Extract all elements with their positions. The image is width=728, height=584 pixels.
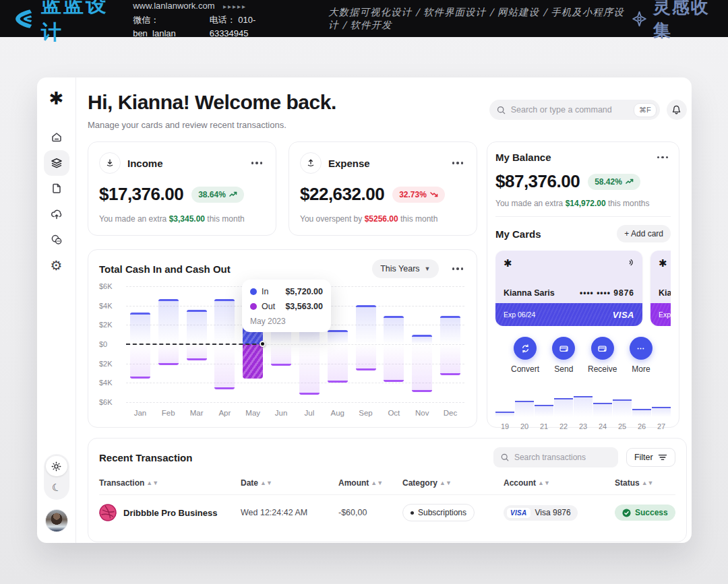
my-cards-title: My Cards: [495, 228, 541, 240]
dashboard-panel: ✱: [37, 77, 692, 543]
income-icon: [99, 152, 121, 174]
collect-label: 灵感收集: [653, 0, 716, 42]
layers-icon: [50, 156, 63, 170]
in-series-dot: [250, 288, 257, 295]
light-mode-button[interactable]: [46, 456, 67, 476]
transaction-date: Wed 12:24:42 AM: [241, 508, 338, 517]
filter-button[interactable]: Filter: [626, 448, 675, 467]
balance-note: You made an extra $14,972.00 this months: [495, 199, 671, 208]
sidebar-item-messages[interactable]: [44, 227, 69, 253]
add-card-button[interactable]: + Add card: [617, 225, 671, 242]
column-account[interactable]: Account▲▼: [504, 478, 615, 488]
credit-card-1[interactable]: ✱ Kianna Saris •••• •••• 9876: [495, 251, 642, 326]
receive-icon: [597, 343, 608, 354]
quick-actions: Convert Send: [495, 337, 671, 374]
table-row[interactable]: Dribbble Pro Business Wed 12:24:42 AM -$…: [99, 495, 675, 530]
expense-amount: $22,632.00: [300, 184, 384, 205]
command-search[interactable]: ⌘F: [489, 100, 660, 120]
income-label: Income: [127, 158, 163, 169]
visa-chip-icon: VISA: [507, 508, 530, 518]
wechat-contact: 微信： ben_lanlan: [133, 13, 192, 40]
check-circle-icon: [622, 509, 631, 517]
card-logo-icon: ✱: [659, 258, 667, 268]
selected-point-marker: [260, 341, 266, 347]
balance-more-menu[interactable]: [655, 154, 671, 162]
sort-icon: ▲▼: [146, 480, 158, 486]
sort-icon: ▲▼: [642, 480, 654, 486]
visa-logo: VISA: [613, 310, 634, 320]
category-badge: Subscriptions: [402, 504, 475, 521]
tooltip-in-label: In: [262, 287, 268, 296]
transactions-search[interactable]: [493, 447, 618, 467]
column-date[interactable]: Date▲▼: [241, 478, 338, 488]
cards-carousel: ✱ Kianna Saris •••• •••• 9876: [495, 251, 671, 326]
card-holder-name: Kianna Saris: [504, 288, 555, 298]
balance-amount: $87,376.00: [495, 171, 580, 192]
credit-card-2[interactable]: ✱ Kianna Saris Exp 06/24: [650, 251, 671, 326]
trend-down-icon: [430, 191, 438, 197]
chevron-down-icon: ▼: [425, 265, 431, 272]
app-logo-icon: ✱: [49, 90, 64, 107]
expense-note: You overspent by $5256.00 this month: [300, 214, 466, 224]
income-more-menu[interactable]: [249, 159, 266, 167]
search-input[interactable]: [511, 105, 629, 115]
column-transaction[interactable]: Transaction▲▼: [99, 478, 241, 488]
sort-icon: ▲▼: [260, 480, 272, 486]
transaction-name: Dribbble Pro Business: [123, 508, 217, 518]
page-title: Hi, Kianna! Welcome back.: [88, 91, 336, 114]
transactions-search-input[interactable]: [514, 453, 611, 462]
services-list: 大数据可视化设计 / 软件界面设计 / 网站建设 / 手机及小程序设计 / 软件…: [328, 6, 631, 32]
column-category[interactable]: Category▲▼: [402, 478, 504, 488]
notifications-button[interactable]: [667, 100, 687, 120]
sidebar-item-dashboard[interactable]: [44, 150, 69, 176]
tooltip-period: May 2023: [250, 317, 323, 326]
more-button[interactable]: More: [624, 337, 659, 374]
lanlan-logo-icon: [12, 5, 36, 33]
column-amount[interactable]: Amount▲▼: [338, 478, 402, 488]
contactless-icon: [624, 257, 634, 268]
sort-icon: ▲▼: [538, 480, 550, 486]
logo-text: 蓝蓝设计: [41, 0, 115, 46]
top-banner: 蓝蓝设计 www.lanlanwork.com ▸▸▸▸▸ 微信： ben_la…: [0, 0, 728, 37]
sidebar-item-documents[interactable]: [44, 176, 69, 201]
convert-icon: [520, 343, 531, 354]
trend-up-icon: [626, 179, 634, 185]
card-expiry: Exp 06/24: [659, 311, 671, 319]
income-trend-badge: 38.64%: [191, 187, 244, 203]
sparkle-star-icon: [631, 9, 648, 29]
sidebar-item-settings[interactable]: ⚙: [44, 253, 69, 278]
income-note: You made an extra $3,345.00 this month: [99, 214, 265, 224]
card-holder-name: Kianna Saris: [659, 288, 671, 298]
expense-icon: [300, 152, 322, 174]
bell-icon: [671, 104, 682, 116]
period-selector[interactable]: This Years ▼: [372, 259, 438, 278]
filter-icon: [658, 453, 667, 461]
column-status[interactable]: Status▲▼: [615, 478, 675, 488]
transaction-amount: -$60,00: [338, 508, 402, 517]
chart-tooltip: In $5,720.00 Out $3,563.00 May 2023: [242, 280, 331, 332]
table-header-row: Transaction▲▼ Date▲▼ Amount▲▼ Category▲▼…: [99, 478, 675, 495]
cashflow-chart-panel: Total Cash In and Cash Out This Years ▼ …: [88, 249, 477, 428]
x-axis-labels: JanFebMarAprMayJunJulAugSepOctNovDec: [126, 409, 464, 417]
account-badge: VISAVisa 9876: [504, 505, 578, 521]
y-axis-labels: $6K$4K$2K$0$2K$4K$6K: [99, 281, 122, 406]
chart-more-menu[interactable]: [450, 265, 466, 273]
inspiration-collect: 灵感收集: [631, 0, 716, 42]
send-button[interactable]: Send: [546, 337, 581, 374]
card-logo-icon: ✱: [504, 258, 512, 268]
cloud-upload-icon: [50, 207, 63, 221]
receive-button[interactable]: Receive: [585, 337, 620, 374]
convert-button[interactable]: Convert: [508, 337, 543, 374]
sidebar-item-cloud[interactable]: [44, 201, 69, 227]
expense-more-menu[interactable]: [450, 159, 466, 167]
sort-icon: ▲▼: [439, 480, 452, 486]
status-badge: Success: [615, 505, 675, 521]
trend-up-icon: [229, 191, 237, 197]
card-expiry: Exp 06/24: [504, 311, 535, 319]
expense-label: Expense: [328, 158, 370, 169]
sidebar-item-home[interactable]: [44, 125, 69, 150]
phone-contact: 电话： 010-63334945: [210, 13, 280, 40]
user-avatar[interactable]: [45, 509, 68, 532]
tooltip-out-label: Out: [262, 302, 275, 311]
dark-mode-button[interactable]: ☾: [46, 478, 67, 498]
